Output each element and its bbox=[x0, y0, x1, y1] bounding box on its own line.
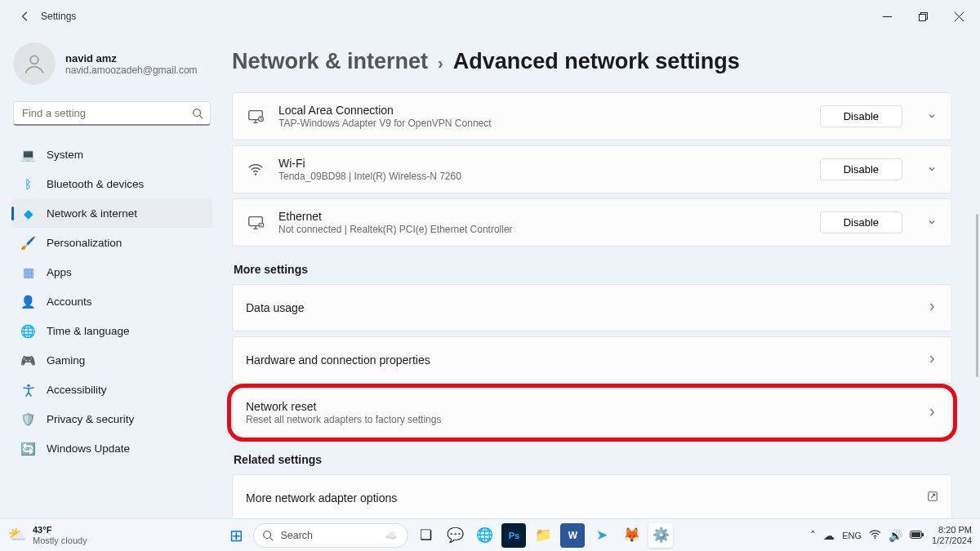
related-settings-heading: Related settings bbox=[234, 453, 952, 466]
close-button[interactable] bbox=[941, 0, 977, 33]
avatar bbox=[13, 42, 56, 85]
sidebar-item-label: Gaming bbox=[47, 354, 85, 367]
battery-icon[interactable] bbox=[910, 529, 924, 542]
clock-time: 8:20 PM bbox=[932, 525, 972, 535]
disable-button[interactable]: Disable bbox=[820, 211, 902, 233]
sidebar-item-accounts[interactable]: 👤Accounts bbox=[11, 287, 212, 316]
taskbar-search[interactable]: Search ☁️ bbox=[253, 523, 408, 548]
sidebar-item-label: Network & internet bbox=[47, 207, 137, 220]
wifi-icon bbox=[246, 160, 265, 180]
chevron-down-icon bbox=[927, 162, 938, 177]
more-network-adapter-options-row[interactable]: More network adapter options bbox=[233, 475, 951, 518]
weather-widget[interactable]: ⛅ 43°F Mostly cloudy bbox=[0, 525, 96, 544]
adapter-ethernet[interactable]: EthernetNot connected | Realtek(R) PCI(e… bbox=[233, 199, 951, 246]
sidebar-item-time-language[interactable]: 🌐Time & language bbox=[11, 317, 212, 345]
sidebar-item-network-internet[interactable]: ◆Network & internet bbox=[11, 199, 212, 228]
maximize-button[interactable] bbox=[905, 0, 941, 33]
chevron-down-icon bbox=[927, 216, 938, 230]
page-title: Advanced network settings bbox=[453, 49, 740, 74]
chevron-right-icon bbox=[927, 406, 938, 420]
scrollbar[interactable] bbox=[976, 82, 978, 506]
adapter-sub: Tenda_09BD98 | Intel(R) Wireless-N 7260 bbox=[278, 171, 807, 182]
tray-overflow[interactable]: ˄ bbox=[810, 529, 816, 542]
gaming-icon: 🎮 bbox=[21, 353, 35, 367]
apps-icon: ▦ bbox=[21, 265, 35, 279]
sidebar-item-label: Windows Update bbox=[47, 442, 130, 455]
volume-icon[interactable]: 🔊 bbox=[889, 529, 902, 542]
taskbar: ⛅ 43°F Mostly cloudy ⊞ Search ☁️ ❏ 💬 🌐 P… bbox=[0, 518, 980, 551]
task-view-button[interactable]: ❏ bbox=[413, 523, 438, 548]
sidebar-item-privacy-security[interactable]: 🛡️Privacy & security bbox=[11, 405, 212, 433]
breadcrumb-parent[interactable]: Network & internet bbox=[232, 49, 428, 74]
chevron-right-icon: › bbox=[438, 54, 443, 73]
sidebar-item-gaming[interactable]: 🎮Gaming bbox=[11, 346, 212, 375]
adapter-title: Local Area Connection bbox=[278, 104, 807, 117]
clock-date: 1/27/2024 bbox=[932, 535, 972, 546]
main-content: Network & internet › Advanced network se… bbox=[220, 33, 980, 518]
clock[interactable]: 8:20 PM 1/27/2024 bbox=[932, 525, 972, 545]
data-usage-row[interactable]: Data usage bbox=[233, 285, 951, 331]
sidebar-item-personalization[interactable]: 🖌️Personalization bbox=[11, 229, 212, 257]
window-title: Settings bbox=[41, 11, 76, 22]
adapter-title: Wi-Fi bbox=[278, 157, 807, 170]
weather-temp: 43°F bbox=[33, 525, 87, 535]
network-icon: ◆ bbox=[21, 207, 35, 220]
app-word[interactable]: W bbox=[560, 523, 585, 548]
chevron-right-icon bbox=[927, 353, 938, 367]
cloud-icon: ☁️ bbox=[385, 529, 398, 541]
search-input[interactable] bbox=[13, 101, 211, 126]
disable-button[interactable]: Disable bbox=[820, 158, 902, 180]
svg-rect-18 bbox=[911, 532, 920, 537]
svg-point-4 bbox=[194, 109, 201, 116]
wifi-icon[interactable] bbox=[869, 528, 881, 543]
sidebar-item-label: Personalization bbox=[47, 237, 122, 249]
app-firefox[interactable]: 🦊 bbox=[619, 523, 644, 548]
sidebar-item-system[interactable]: 💻System bbox=[11, 140, 212, 169]
svg-rect-17 bbox=[922, 533, 924, 536]
tray-onedrive[interactable]: ☁ bbox=[823, 529, 835, 542]
row-title: Data usage bbox=[246, 301, 902, 314]
svg-line-5 bbox=[200, 115, 203, 118]
minimize-button[interactable] bbox=[869, 0, 905, 33]
titlebar: Settings bbox=[0, 0, 980, 33]
sidebar-item-label: Bluetooth & devices bbox=[47, 178, 144, 190]
back-button[interactable] bbox=[18, 9, 33, 24]
hardware-and-connection-properties-row[interactable]: Hardware and connection properties bbox=[233, 337, 951, 383]
sidebar-item-apps[interactable]: ▦Apps bbox=[11, 258, 212, 287]
row-title: Network reset bbox=[246, 400, 902, 413]
profile-name: navid amz bbox=[65, 52, 198, 64]
profile-email: navid.amoozadeh@gmail.com bbox=[65, 64, 198, 76]
app-chat[interactable]: 💬 bbox=[443, 523, 467, 548]
svg-line-14 bbox=[270, 537, 274, 540]
sidebar-item-bluetooth-devices[interactable]: ᛒBluetooth & devices bbox=[11, 170, 212, 198]
weather-cond: Mostly cloudy bbox=[33, 535, 87, 545]
row-title: Hardware and connection properties bbox=[246, 353, 902, 367]
app-photoshop[interactable]: Ps bbox=[501, 523, 526, 548]
network-reset-row[interactable]: Network resetReset all network adapters … bbox=[233, 389, 951, 436]
profile[interactable]: navid amz navid.amoozadeh@gmail.com bbox=[11, 39, 212, 96]
disable-button[interactable]: Disable bbox=[820, 105, 902, 127]
svg-point-13 bbox=[264, 531, 271, 538]
sidebar-item-label: System bbox=[47, 149, 83, 161]
app-telegram[interactable]: ➤ bbox=[590, 523, 614, 548]
search-field[interactable] bbox=[20, 106, 192, 120]
adapter-local-area-connection[interactable]: Local Area ConnectionTAP-Windows Adapter… bbox=[233, 93, 951, 140]
start-button[interactable]: ⊞ bbox=[224, 523, 248, 548]
system-tray: ˄ ☁ ENG 🔊 8:20 PM 1/27/2024 bbox=[802, 525, 980, 545]
sidebar: navid amz navid.amoozadeh@gmail.com 💻Sys… bbox=[0, 33, 220, 518]
chevron-right-icon bbox=[927, 300, 938, 315]
sidebar-item-label: Accounts bbox=[47, 295, 92, 308]
svg-point-6 bbox=[27, 384, 30, 387]
sidebar-item-windows-update[interactable]: 🔄Windows Update bbox=[11, 434, 212, 463]
search-icon bbox=[192, 108, 203, 119]
app-chrome[interactable]: 🌐 bbox=[472, 523, 497, 548]
sidebar-item-accessibility[interactable]: Accessibility bbox=[11, 375, 212, 404]
time-icon: 🌐 bbox=[21, 324, 35, 338]
privacy-icon: 🛡️ bbox=[21, 412, 35, 426]
chevron-down-icon bbox=[927, 109, 938, 124]
adapter-wi-fi[interactable]: Wi-FiTenda_09BD98 | Intel(R) Wireless-N … bbox=[233, 146, 951, 193]
app-settings[interactable]: ⚙️ bbox=[648, 523, 673, 548]
bluetooth-icon: ᛒ bbox=[21, 177, 35, 191]
app-explorer[interactable]: 📁 bbox=[531, 523, 555, 548]
tray-language[interactable]: ENG bbox=[842, 531, 862, 540]
